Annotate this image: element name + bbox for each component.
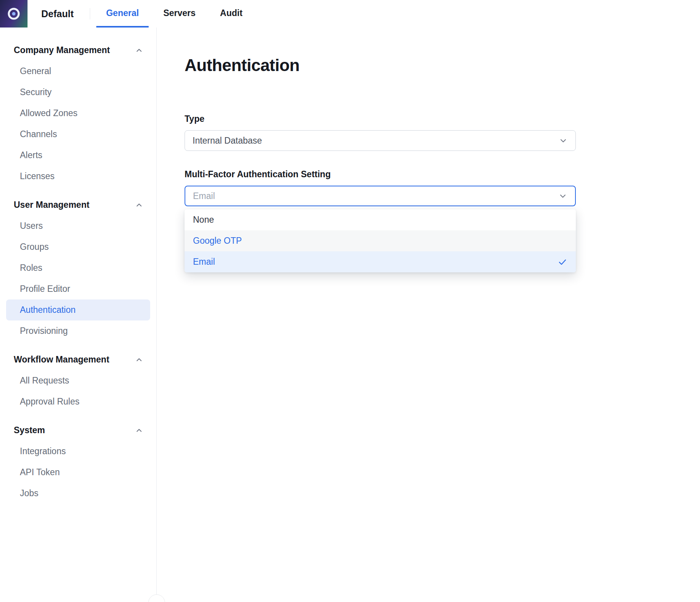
option-email-label: Email xyxy=(193,257,215,267)
sidebar-item-api-token[interactable]: API Token xyxy=(6,462,150,483)
section-user-management: User Management Users Groups Roles Profi… xyxy=(0,197,156,341)
option-email[interactable]: Email xyxy=(185,251,576,272)
section-items: Integrations API Token Jobs xyxy=(0,441,156,504)
chevron-up-icon xyxy=(135,356,143,364)
sidebar-item-provisioning[interactable]: Provisioning xyxy=(6,320,150,341)
brand-mark-icon xyxy=(6,6,22,22)
sidebar-item-users[interactable]: Users xyxy=(6,215,150,236)
sidebar-item-authentication[interactable]: Authentication xyxy=(6,299,150,320)
section-system: System Integrations API Token Jobs xyxy=(0,422,156,504)
section-items: All Requests Approval Rules xyxy=(0,370,156,412)
sidebar-item-integrations[interactable]: Integrations xyxy=(6,441,150,462)
sidebar-item-groups[interactable]: Groups xyxy=(6,236,150,257)
tab-audit[interactable]: Audit xyxy=(210,0,253,28)
chevron-up-icon xyxy=(135,201,143,209)
type-select-value: Internal Database xyxy=(193,136,262,146)
section-title: User Management xyxy=(14,200,89,210)
section-title: Workflow Management xyxy=(14,354,109,365)
app-logo[interactable] xyxy=(0,0,28,28)
sidebar-item-profile-editor[interactable]: Profile Editor xyxy=(6,278,150,299)
tab-servers[interactable]: Servers xyxy=(153,0,205,28)
mfa-select[interactable]: Email xyxy=(185,186,576,206)
option-none[interactable]: None xyxy=(185,209,576,230)
section-header-system[interactable]: System xyxy=(0,422,156,439)
sidebar-item-general[interactable]: General xyxy=(6,61,150,82)
sidebar: Company Management General Security Allo… xyxy=(0,28,157,602)
section-header-user-management[interactable]: User Management xyxy=(0,197,156,213)
type-select[interactable]: Internal Database xyxy=(185,130,576,151)
sidebar-item-approval-rules[interactable]: Approval Rules xyxy=(6,391,150,412)
top-tabs: General Servers Audit xyxy=(94,0,255,28)
sidebar-item-security[interactable]: Security xyxy=(6,82,150,103)
sidebar-item-allowed-zones[interactable]: Allowed Zones xyxy=(6,103,150,124)
main-content: Authentication Type Internal Database Mu… xyxy=(157,28,700,602)
chevron-up-icon xyxy=(135,426,143,435)
section-title: Company Management xyxy=(14,45,110,55)
mfa-dropdown-panel: None Google OTP Email xyxy=(185,209,576,272)
section-company-management: Company Management General Security Allo… xyxy=(0,42,156,187)
option-google-otp[interactable]: Google OTP xyxy=(185,230,576,251)
section-items: Users Groups Roles Profile Editor Authen… xyxy=(0,215,156,341)
mfa-label: Multi-Factor Authentication Setting xyxy=(185,169,576,180)
mfa-select-placeholder: Email xyxy=(193,191,215,201)
sidebar-item-channels[interactable]: Channels xyxy=(6,124,150,145)
chevron-down-icon xyxy=(559,136,568,145)
section-title: System xyxy=(14,425,45,435)
section-items: General Security Allowed Zones Channels … xyxy=(0,61,156,187)
check-icon xyxy=(557,257,567,267)
sidebar-item-roles[interactable]: Roles xyxy=(6,257,150,278)
tab-general[interactable]: General xyxy=(96,0,149,28)
topbar: Default General Servers Audit xyxy=(0,0,700,28)
workspace-title: Default xyxy=(41,0,74,28)
chevron-down-icon xyxy=(558,191,567,201)
section-header-company-management[interactable]: Company Management xyxy=(0,42,156,58)
sidebar-item-jobs[interactable]: Jobs xyxy=(6,483,150,504)
type-field: Type Internal Database xyxy=(185,114,576,151)
type-label: Type xyxy=(185,114,576,124)
sidebar-item-licenses[interactable]: Licenses xyxy=(6,166,150,187)
sidebar-item-all-requests[interactable]: All Requests xyxy=(6,370,150,391)
section-workflow-management: Workflow Management All Requests Approva… xyxy=(0,351,156,412)
page-body: Company Management General Security Allo… xyxy=(0,28,700,602)
chevron-up-icon xyxy=(135,46,143,55)
sidebar-item-alerts[interactable]: Alerts xyxy=(6,145,150,166)
topbar-divider xyxy=(90,8,90,19)
section-header-workflow-management[interactable]: Workflow Management xyxy=(0,351,156,368)
mfa-field: Multi-Factor Authentication Setting Emai… xyxy=(185,169,576,272)
page-title: Authentication xyxy=(185,56,700,75)
